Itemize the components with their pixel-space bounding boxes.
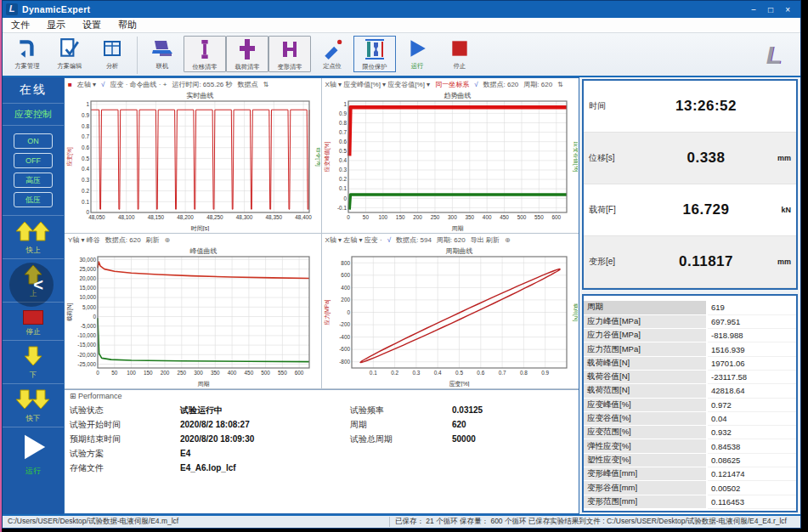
menu-file[interactable]: 文件 — [3, 19, 38, 31]
toolbar-zero-displacement-button[interactable]: 位移清零 — [184, 36, 226, 72]
up-button[interactable]: 上 — [3, 259, 64, 303]
status-bar: C:/Users/USER/Desktop/试验数据-电液伺服/E4.m_lcf… — [3, 514, 800, 528]
toolbar: 方案管理 方案编辑 分析 联机 — [3, 33, 800, 77]
svg-text:-10,000: -10,000 — [77, 332, 96, 338]
low-pressure-button[interactable]: 低压 — [14, 192, 53, 207]
performance-row: 试验方案E4 — [70, 446, 350, 461]
svg-text:500: 500 — [261, 370, 270, 376]
svg-text:0.8: 0.8 — [520, 370, 528, 376]
on-button[interactable]: ON — [14, 133, 53, 149]
up-arrow-icon — [21, 264, 45, 285]
svg-text:应变[%]: 应变[%] — [66, 147, 73, 167]
svg-text:150: 150 — [396, 214, 405, 220]
svg-text:0.2: 0.2 — [82, 188, 89, 194]
svg-text:350: 350 — [465, 214, 474, 220]
realtime-chart-panel: ■左轴 ▾√应变 · 命令曲线 · +运行时间: 655.26 秒数据点⇅ 48… — [65, 78, 322, 234]
fast-down-button[interactable]: 快下 — [3, 384, 64, 427]
menu-help[interactable]: 帮助 — [110, 19, 145, 31]
svg-text:-5,000: -5,000 — [81, 323, 97, 329]
svg-text:300: 300 — [194, 370, 203, 376]
cycle-chart-panel: X轴 ▾ 左轴 ▾ 应变 ·√数据点: 594周期: 620导出 刷新⊕ 0.1… — [322, 234, 579, 389]
svg-text:0.1: 0.1 — [82, 199, 89, 205]
toolbar-connect-button[interactable]: 联机 — [141, 36, 184, 71]
svg-text:0.3: 0.3 — [339, 167, 347, 173]
svg-text:0: 0 — [347, 214, 350, 220]
status-save-info: 已保存： 21 个循环 保存量： 600 个循环 已保存实验结果到文件 : C:… — [389, 517, 792, 527]
svg-text:400: 400 — [228, 370, 237, 376]
svg-text:0.8: 0.8 — [339, 120, 347, 126]
svg-text:周期: 周期 — [198, 381, 210, 387]
main-area: 在线 应变控制 ON OFF 高压 低压 快上 上 — [3, 77, 800, 514]
toolbar-stop-button[interactable]: 停止 — [438, 36, 481, 71]
sidebar-run-button[interactable]: 运行 — [3, 427, 64, 479]
performance-right-column: 试验频率0.03125周期620试验总周期50000 — [350, 403, 483, 475]
close-button[interactable]: × — [785, 5, 790, 14]
toolbar-run-button[interactable]: 运行 — [396, 36, 438, 71]
toolbar-scheme-manage-button[interactable]: 方案管理 — [6, 36, 48, 71]
live-value-row: 时间13:26:52 — [584, 81, 796, 133]
svg-text:周期: 周期 — [451, 225, 463, 231]
svg-text:命令[%]: 命令[%] — [315, 147, 320, 167]
cycle-chart: 0.10.20.30.40.50.60.70.80.9-800-600-400-… — [323, 246, 578, 387]
svg-text:实时曲线: 实时曲线 — [187, 92, 214, 99]
svg-text:100: 100 — [127, 370, 136, 376]
live-value-row: 位移[s]0.338mm — [584, 133, 796, 184]
svg-text:48,400: 48,400 — [295, 214, 312, 220]
svg-text:200: 200 — [413, 214, 422, 220]
svg-text:0.5: 0.5 — [455, 370, 463, 376]
svg-text:25,000: 25,000 — [79, 266, 96, 272]
brand-logo: L — [766, 36, 782, 75]
svg-text:400: 400 — [483, 214, 492, 220]
cycle-chart-toolbar[interactable]: X轴 ▾ 左轴 ▾ 应变 ·√数据点: 594周期: 620导出 刷新⊕ — [323, 234, 579, 246]
trend-chart-toolbar[interactable]: X轴 ▾ 应变峰值[%] ▾ 应变谷值[%] ▾同一坐标系√数据点: 620周期… — [323, 78, 579, 90]
svg-text:200: 200 — [341, 297, 350, 303]
sidebar-stop-button[interactable]: 停止 — [3, 303, 64, 341]
performance-row: 试验开始时间2020/8/2 18:08:27 — [70, 417, 350, 432]
realtime-chart-toolbar[interactable]: ■左轴 ▾√应变 · 命令曲线 · +运行时间: 655.26 秒数据点⇅ — [65, 78, 320, 90]
toolbar-analysis-button[interactable]: 分析 — [91, 36, 133, 71]
svg-text:0.4: 0.4 — [339, 157, 347, 163]
toolbar-setpoint-button[interactable]: 定点位 — [311, 36, 353, 71]
high-pressure-button[interactable]: 高压 — [14, 173, 53, 188]
off-button[interactable]: OFF — [14, 153, 53, 168]
performance-left-column: 试验状态试验运行中试验开始时间2020/8/2 18:08:27预期结束时间20… — [70, 403, 350, 475]
down-button[interactable]: 下 — [3, 341, 64, 384]
maximize-button[interactable]: □ — [768, 5, 773, 14]
menu-settings[interactable]: 设置 — [74, 19, 110, 31]
svg-text:-25,000: -25,000 — [77, 361, 96, 367]
svg-text:250: 250 — [430, 214, 439, 220]
toolbar-limit-protect-button[interactable]: 限位保护 — [353, 36, 396, 72]
cycle-stats-table: 周期619应力峰值[MPa]697.951应力谷值[MPa]-818.988应力… — [584, 301, 796, 509]
stop-square-icon — [438, 36, 481, 61]
setpoint-pen-icon — [311, 36, 353, 61]
performance-row: 试验总周期50000 — [350, 432, 483, 446]
svg-text:-200: -200 — [339, 321, 350, 327]
table-row: 载荷峰值[N]19701.06 — [584, 356, 796, 370]
table-row: 应力谷值[MPa]-818.988 — [584, 329, 796, 342]
svg-text:0: 0 — [343, 195, 347, 201]
toolbar-zero-load-button[interactable]: 载荷清零 — [226, 36, 268, 72]
svg-text:50: 50 — [111, 370, 118, 376]
table-row: 应变谷值[%]0.04 — [584, 411, 796, 425]
toolbar-zero-deform-button[interactable]: 变形清零 — [268, 36, 311, 72]
svg-text:0: 0 — [347, 309, 350, 315]
limit-protect-icon — [354, 37, 395, 62]
menu-display[interactable]: 显示 — [38, 19, 74, 31]
table-row: 应变峰值[%]0.972 — [584, 398, 796, 411]
svg-text:0.1: 0.1 — [370, 370, 377, 376]
svg-text:0.2: 0.2 — [339, 176, 347, 182]
svg-text:0.7: 0.7 — [339, 129, 347, 135]
analysis-icon — [91, 36, 133, 61]
run-play-icon — [396, 36, 438, 61]
svg-text:1: 1 — [343, 101, 347, 107]
svg-text:100: 100 — [378, 214, 387, 220]
toolbar-scheme-edit-button[interactable]: 方案编辑 — [48, 36, 91, 71]
minimize-button[interactable]: − — [751, 5, 756, 14]
svg-text:15,000: 15,000 — [79, 285, 96, 291]
svg-text:0.5: 0.5 — [339, 148, 347, 154]
svg-text:30,000: 30,000 — [79, 257, 96, 263]
peak-chart-toolbar[interactable]: Y轴 ▾ 峰谷数据点: 620刷新⊕ — [65, 234, 320, 246]
fast-up-button[interactable]: 快上 — [3, 216, 64, 259]
svg-text:0.2: 0.2 — [391, 370, 398, 376]
control-sidebar: 在线 应变控制 ON OFF 高压 低压 快上 上 — [3, 77, 64, 514]
